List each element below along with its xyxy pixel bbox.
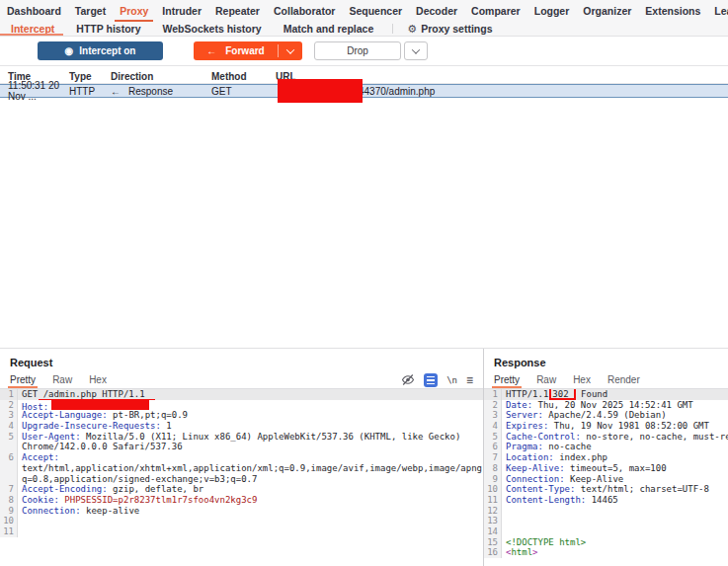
- code-line[interactable]: GET /admin.php HTTP/1.1: [18, 389, 483, 400]
- code-row[interactable]: q=0.8,application/signed-exchange;v=b3;q…: [0, 474, 483, 485]
- code-row[interactable]: 13: [484, 516, 728, 526]
- code-row[interactable]: 9Connection: keep-alive: [0, 506, 483, 517]
- code-line[interactable]: Content-Type: text/html; charset=UTF-8: [502, 484, 728, 495]
- code-row[interactable]: 9Connection: Keep-Alive: [484, 474, 728, 485]
- code-line[interactable]: HTTP/1.1302 Found: [502, 389, 728, 400]
- code-row[interactable]: 5Cache-Control: no-store, no-cache, must…: [484, 432, 728, 443]
- code-row[interactable]: 16<html>: [484, 547, 728, 558]
- code-line[interactable]: Accept-Encoding: gzip, deflate, br: [18, 484, 483, 495]
- code-row[interactable]: 4Upgrade-Insecure-Requests: 1: [0, 421, 483, 432]
- main-tab-learn[interactable]: Learn: [707, 0, 728, 22]
- sub-tab-match-and-replace[interactable]: Match and replace: [273, 22, 385, 36]
- forward-button[interactable]: ← Forward: [194, 41, 302, 60]
- code-line[interactable]: Accept:: [18, 452, 483, 463]
- code-line[interactable]: Expires: Thu, 19 Nov 1981 08:52:00 GMT: [502, 421, 728, 432]
- code-line[interactable]: Content-Length: 14465: [502, 495, 728, 506]
- code-line[interactable]: text/html,application/xhtml+xml,applicat…: [18, 463, 483, 474]
- code-line[interactable]: [18, 516, 483, 526]
- response-tab-render[interactable]: Render: [607, 371, 640, 388]
- code-row[interactable]: 6Pragma: no-cache: [484, 442, 728, 452]
- main-tab-logger[interactable]: Logger: [527, 0, 577, 22]
- code-row[interactable]: 8Keep-Alive: timeout=5, max=100: [484, 463, 728, 474]
- code-row[interactable]: 10Content-Type: text/html; charset=UTF-8: [484, 484, 728, 495]
- code-line[interactable]: Cookie: PHPSESSID=p2r8237tlm1r7sfoo4vn2k…: [18, 495, 483, 506]
- code-line[interactable]: <html>: [502, 547, 728, 558]
- code-row[interactable]: 3Accept-Language: pt-BR,pt;q=0.9: [0, 410, 483, 421]
- code-row[interactable]: 11: [0, 526, 483, 537]
- drop-button[interactable]: Drop: [314, 41, 401, 60]
- code-row[interactable]: Chrome/142.0.0.0 Safari/537.36: [0, 442, 483, 452]
- code-line[interactable]: Upgrade-Insecure-Requests: 1: [18, 421, 483, 432]
- main-tab-target[interactable]: Target: [68, 0, 113, 22]
- code-line[interactable]: Server: Apache/2.4.59 (Debian): [502, 410, 728, 421]
- response-tab-pretty[interactable]: Pretty: [494, 371, 520, 388]
- response-tab-hex[interactable]: Hex: [573, 371, 591, 388]
- drop-dropdown-button[interactable]: [404, 41, 428, 60]
- sub-tab-proxy-settings[interactable]: ⚙Proxy settings: [401, 22, 498, 36]
- main-tab-dashboard[interactable]: Dashboard: [0, 0, 68, 22]
- pretty-format-icon[interactable]: [424, 373, 438, 387]
- code-line[interactable]: q=0.8,application/signed-exchange;v=b3;q…: [18, 474, 483, 485]
- code-line[interactable]: Chrome/142.0.0.0 Safari/537.36: [18, 442, 483, 452]
- code-row[interactable]: 1HTTP/1.1302 Found: [484, 389, 728, 400]
- column-header-direction[interactable]: Direction: [111, 71, 211, 82]
- code-line[interactable]: Connection: Keep-Alive: [502, 474, 728, 485]
- request-tab-raw[interactable]: Raw: [52, 371, 72, 388]
- forward-dropdown-button[interactable]: [279, 48, 302, 54]
- forward-button-main[interactable]: ← Forward: [194, 45, 278, 56]
- code-row[interactable]: 7Accept-Encoding: gzip, deflate, br: [0, 484, 483, 495]
- main-tab-sequencer[interactable]: Sequencer: [342, 0, 409, 22]
- response-editor[interactable]: 1HTTP/1.1302 Found2Date: Thu, 20 Nov 202…: [484, 389, 728, 566]
- code-line[interactable]: Host:: [18, 400, 483, 411]
- code-line[interactable]: Keep-Alive: timeout=5, max=100: [502, 463, 728, 474]
- code-row[interactable]: 3Server: Apache/2.4.59 (Debian): [484, 410, 728, 421]
- code-row[interactable]: 14: [484, 526, 728, 537]
- code-line[interactable]: Location: index.php: [502, 452, 728, 463]
- main-tab-collaborator[interactable]: Collaborator: [267, 0, 342, 22]
- main-tab-repeater[interactable]: Repeater: [208, 0, 267, 22]
- response-tab-raw[interactable]: Raw: [536, 371, 556, 388]
- code-row[interactable]: 2Host:: [0, 400, 483, 411]
- code-row[interactable]: 1GET /admin.php HTTP/1.1: [0, 389, 483, 400]
- code-row[interactable]: 8Cookie: PHPSESSID=p2r8237tlm1r7sfoo4vn2…: [0, 495, 483, 506]
- code-line[interactable]: [18, 526, 483, 537]
- code-row[interactable]: 5User-Agent: Mozilla/5.0 (X11; Linux x86…: [0, 432, 483, 443]
- code-line[interactable]: Pragma: no-cache: [502, 442, 728, 452]
- editor-menu-icon[interactable]: ≡: [466, 373, 473, 387]
- sub-tab-websockets-history[interactable]: WebSockets history: [152, 22, 273, 36]
- main-tab-intruder[interactable]: Intruder: [155, 0, 208, 22]
- main-tab-organizer[interactable]: Organizer: [576, 0, 638, 22]
- code-row[interactable]: 2Date: Thu, 20 Nov 2025 14:52:41 GMT: [484, 400, 728, 411]
- main-tab-proxy[interactable]: Proxy: [113, 0, 155, 22]
- code-line[interactable]: [502, 526, 728, 537]
- newline-toggle-icon[interactable]: \n: [446, 375, 457, 385]
- code-row[interactable]: 12: [484, 506, 728, 517]
- intercept-toggle-button[interactable]: ◉ Intercept on: [38, 41, 163, 60]
- sub-tab-intercept[interactable]: Intercept: [0, 22, 65, 36]
- main-tab-comparer[interactable]: Comparer: [464, 0, 527, 22]
- column-header-method[interactable]: Method: [211, 71, 276, 82]
- table-row[interactable]: 11:50:31 20 Nov ... HTTP ← Response GET …: [0, 84, 728, 98]
- code-line[interactable]: Connection: keep-alive: [18, 506, 483, 517]
- code-row[interactable]: 7Location: index.php: [484, 452, 728, 463]
- code-line[interactable]: User-Agent: Mozilla/5.0 (X11; Linux x86_…: [18, 432, 483, 443]
- code-line[interactable]: [502, 516, 728, 526]
- code-row[interactable]: 6Accept:: [0, 452, 483, 463]
- column-header-type[interactable]: Type: [69, 71, 111, 82]
- main-tab-decoder[interactable]: Decoder: [409, 0, 464, 22]
- request-editor[interactable]: 1GET /admin.php HTTP/1.12Host:3Accept-La…: [0, 389, 483, 566]
- code-line[interactable]: <!DOCTYPE html>: [502, 537, 728, 548]
- code-line[interactable]: Cache-Control: no-store, no-cache, must-…: [502, 432, 728, 443]
- code-row[interactable]: text/html,application/xhtml+xml,applicat…: [0, 463, 483, 474]
- code-line[interactable]: Accept-Language: pt-BR,pt;q=0.9: [18, 410, 483, 421]
- code-row[interactable]: 15<!DOCTYPE html>: [484, 537, 728, 548]
- code-row[interactable]: 10: [0, 516, 483, 526]
- panel-splitter[interactable]: [483, 348, 485, 566]
- code-line[interactable]: Date: Thu, 20 Nov 2025 14:52:41 GMT: [502, 400, 728, 411]
- request-tab-hex[interactable]: Hex: [89, 371, 107, 388]
- hide-icon[interactable]: [401, 373, 415, 386]
- code-line[interactable]: [502, 506, 728, 517]
- code-row[interactable]: 11Content-Length: 14465: [484, 495, 728, 506]
- sub-tab-http-history[interactable]: HTTP history: [65, 22, 151, 36]
- main-tab-extensions[interactable]: Extensions: [638, 0, 707, 22]
